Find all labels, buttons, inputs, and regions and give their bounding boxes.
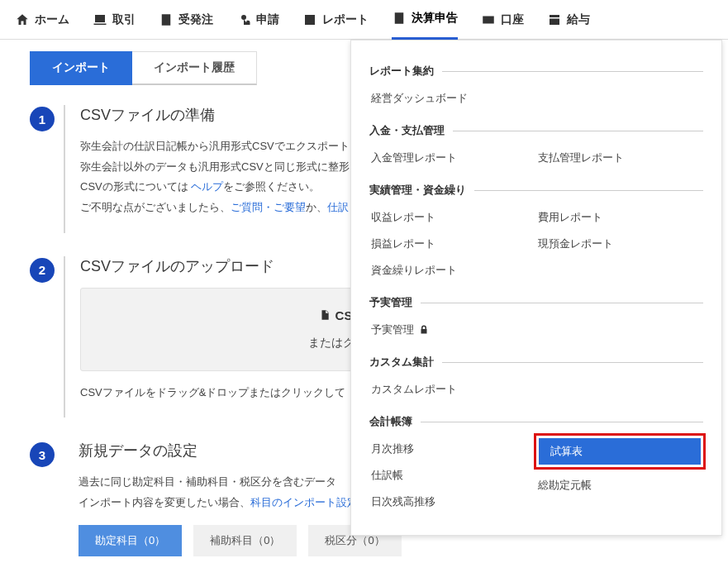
top-nav: ホーム 取引 受発注 申請 レポート 決算申告 口座 給与 [0,0,728,40]
tab-sub-account-item[interactable]: 補助科目（0） [193,525,297,556]
mm-cash-report[interactable]: 現預金レポート [536,231,703,257]
account-icon [481,12,496,27]
mm-ledger-header: 会計帳簿 [369,414,412,429]
mm-custom-report[interactable]: カスタムレポート [369,376,703,403]
mm-pl-report[interactable]: 損益レポート [369,231,536,257]
nav-account[interactable]: 口座 [481,0,524,40]
nav-trade-label: 取引 [112,12,136,27]
mm-general-ledger[interactable]: 総勘定元帳 [536,472,703,499]
nav-trade[interactable]: 取引 [93,0,136,40]
payroll-icon [547,12,562,27]
trial-balance-highlight: 試算表 [534,433,706,470]
tab-import[interactable]: インポート [30,51,132,85]
mm-revenue-report[interactable]: 収益レポート [369,204,536,231]
import-settings-link[interactable]: 科目のインポート設定 [250,496,358,508]
step1-line3b: をご参照ください。 [223,180,320,193]
nav-payroll[interactable]: 給与 [547,0,590,40]
nav-orders[interactable]: 受発注 [159,0,213,40]
mm-custom-header: カスタム集計 [369,355,434,370]
mm-journal[interactable]: 仕訳帳 [369,462,536,489]
trade-icon [93,12,107,27]
step1-line4a: ご不明な点がございましたら、 [80,201,231,213]
mm-payment-report[interactable]: 支払管理レポート [536,145,703,171]
nav-home-label: ホーム [35,12,69,27]
step1-line4mid: か、 [306,201,327,213]
report-megamenu: レポート集約 経営ダッシュボード 入金・支払管理 入金管理レポート 支払管理レポ… [350,40,722,536]
report-icon [302,12,317,27]
journal-link[interactable]: 仕訳 [327,201,349,213]
step1-line3a: CSVの形式については [80,180,191,193]
mm-perf-header: 実績管理・資金繰り [369,183,466,198]
nav-closing[interactable]: 決算申告 [392,0,458,40]
apply-icon [236,12,251,27]
nav-home[interactable]: ホーム [15,0,69,40]
nav-closing-label: 決算申告 [412,11,458,26]
nav-apply[interactable]: 申請 [236,0,279,40]
nav-report-label: レポート [322,12,369,27]
mm-incoming-report[interactable]: 入金管理レポート [369,145,536,171]
closing-icon [392,11,407,26]
nav-account-label: 口座 [501,12,524,27]
help-link[interactable]: ヘルプ [191,180,223,193]
mm-agg-header: レポート集約 [369,64,434,79]
nav-report[interactable]: レポート [302,0,369,40]
nav-apply-label: 申請 [256,12,279,27]
step-3-number: 3 [30,442,55,467]
lock-icon [419,325,429,335]
page-body: インポート インポート履歴 1 CSVファイルの準備 弥生会計の仕訳日記帳から汎… [0,40,728,563]
step3-line2a: インポート内容を変更したい場合、 [79,496,250,508]
mm-cost-report[interactable]: 費用レポート [536,204,703,231]
step3-line1a: 過去に同じ勘定科目・補助科目・税区分を含むデータ [79,475,336,488]
mm-plan-header: 予実管理 [369,295,412,310]
mm-dashboard[interactable]: 経営ダッシュボード [369,85,703,112]
mm-daily-balance[interactable]: 日次残高推移 [369,489,536,515]
mm-plan-actual-label: 予実管理 [371,322,414,337]
mm-trial-balance[interactable]: 試算表 [539,438,701,465]
home-icon [15,12,30,27]
nav-payroll-label: 給与 [567,12,590,27]
mm-monthly-trend[interactable]: 月次推移 [369,436,536,462]
tab-account-item[interactable]: 勘定科目（0） [79,525,182,556]
step1-line2a: 弥生会計以外のデータも汎用形式CSVと同じ形式に整形 [80,160,350,173]
mm-cashflow-report[interactable]: 資金繰りレポート [369,257,536,284]
step1-line1: 弥生会計の仕訳日記帳から汎用形式CSVでエクスポート [80,140,350,152]
step-1-number: 1 [30,107,55,131]
mm-plan-actual[interactable]: 予実管理 [369,317,703,343]
step-2-number: 2 [30,258,55,283]
nav-orders-label: 受発注 [178,12,213,27]
orders-icon [159,12,174,27]
tab-import-history[interactable]: インポート履歴 [132,51,257,85]
file-icon [319,309,331,323]
question-link[interactable]: ご質問・ご要望 [231,201,306,213]
mm-pay-header: 入金・支払管理 [369,123,445,138]
